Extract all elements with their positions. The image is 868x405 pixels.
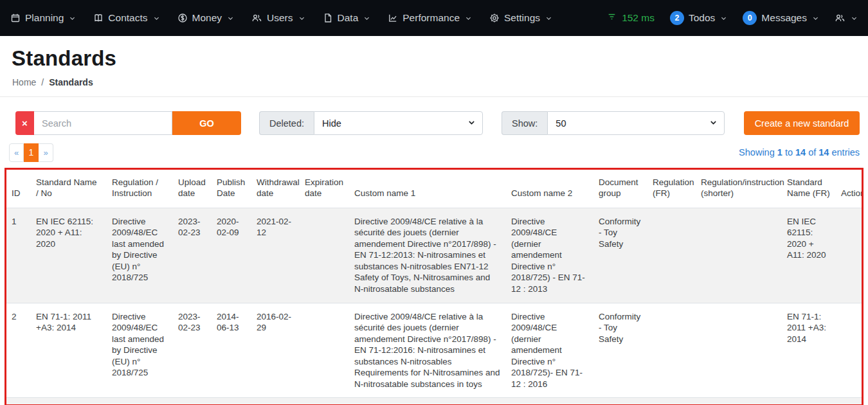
col-header-id[interactable]: ID: [6, 170, 31, 208]
summary-to: 14: [795, 147, 806, 158]
nav-menu: Planning Contacts Money Users Data Perfo…: [10, 12, 552, 24]
summary-from: 1: [777, 147, 782, 158]
nav-right-section: 152 ms 2 Todos 0 Messages: [607, 11, 858, 25]
cell-withdrawal-date: 2016-02-29: [251, 303, 300, 398]
summary-total: 14: [818, 147, 829, 158]
todos-count-badge: 2: [670, 11, 684, 25]
col-header-expiration-date[interactable]: Expiration date: [300, 170, 349, 208]
summary-text: to: [785, 147, 793, 158]
col-header-publish-date[interactable]: Publish Date: [212, 170, 251, 208]
deleted-filter-label: Deleted:: [259, 111, 314, 135]
col-header-regulation-shorter[interactable]: Regulation/instruction (shorter): [696, 170, 782, 208]
nav-item-users[interactable]: Users: [251, 12, 305, 24]
cell-regulation-fr: [647, 303, 696, 398]
pagination-next-button[interactable]: »: [39, 143, 53, 162]
nav-item-money[interactable]: Money: [177, 12, 235, 24]
standards-table-frame: ID Standard Name / No Regulation / Instr…: [5, 168, 863, 405]
col-header-regulation[interactable]: Regulation / Instruction: [107, 170, 173, 208]
breadcrumb-separator: /: [41, 77, 44, 87]
nav-item-account[interactable]: [835, 13, 858, 23]
chevron-down-icon: [465, 15, 472, 22]
col-header-custom-name-2[interactable]: Custom name 2: [506, 170, 593, 208]
chevron-down-icon: [298, 15, 305, 22]
cell-standard-name-fr: EN 71-1: 2014: [782, 398, 836, 405]
cell-regulation-shorter: [696, 398, 782, 405]
cell-publish-date: 2020-02-09: [212, 208, 251, 303]
nav-item-messages[interactable]: 0 Messages: [743, 11, 819, 25]
breadcrumb-current: Standards: [49, 77, 93, 87]
nav-item-data[interactable]: Data: [323, 12, 371, 24]
latency-indicator: 152 ms: [607, 12, 655, 24]
cell-regulation-shorter: [696, 208, 782, 303]
cell-actions: [836, 398, 863, 405]
col-header-document-group[interactable]: Document group: [593, 170, 647, 208]
nav-item-performance[interactable]: Performance: [388, 12, 472, 24]
entries-summary: Showing 1 to 14 of 14 entries: [739, 147, 860, 158]
table-row: 1 EN IEC 62115: 2020 + A11: 2020 Directi…: [6, 208, 863, 303]
cell-document-group: Conformity - Toy Safety: [593, 208, 647, 303]
page-title: Standards: [12, 46, 868, 71]
table-row: 2 EN 71-1: 2011 +A3: 2014 Directive 2009…: [6, 303, 863, 398]
nav-item-label: Messages: [761, 12, 807, 24]
nav-item-contacts[interactable]: Contacts: [93, 12, 159, 24]
cell-custom-name-2: Directive 2009/48/CE (dernier amendement…: [506, 303, 593, 398]
clear-search-button[interactable]: ×: [15, 111, 34, 135]
col-header-standard-name-fr[interactable]: Standard Name (FR): [782, 170, 836, 208]
col-header-upload-date[interactable]: Upload date: [173, 170, 212, 208]
cell-standard-name-fr: EN 71-1: 2011 +A3: 2014: [782, 303, 836, 398]
cell-document-group: Conformity - Toy Safety: [593, 398, 647, 405]
deleted-select[interactable]: Hide: [314, 112, 482, 134]
col-header-standard-name[interactable]: Standard Name / No: [31, 170, 107, 208]
chevron-down-icon: [69, 15, 76, 22]
create-standard-button[interactable]: Create a new standard: [744, 111, 860, 135]
pagination-page-1[interactable]: 1: [24, 143, 39, 162]
cell-regulation: Directive 2009/48/EC last amended by Dir…: [107, 208, 173, 303]
chart-line-icon: [388, 13, 398, 23]
cell-id: 2: [6, 303, 31, 398]
pagination-prev-button[interactable]: «: [9, 143, 24, 162]
col-header-regulation-fr[interactable]: Regulation (FR): [647, 170, 696, 208]
messages-count-badge: 0: [743, 11, 757, 25]
search-input[interactable]: [34, 111, 172, 135]
cell-expiration-date: [300, 303, 349, 398]
latency-value: 152 ms: [622, 12, 655, 24]
chevron-down-icon: [363, 15, 370, 22]
summary-text: entries: [831, 147, 860, 158]
deleted-select-wrap: Hide: [314, 111, 483, 135]
users-icon: [251, 13, 262, 23]
nav-item-label: Users: [267, 12, 293, 24]
cell-actions: [836, 303, 863, 398]
pagination: « 1 »: [9, 143, 53, 162]
cell-expiration-date: [300, 208, 349, 303]
show-select[interactable]: 50: [548, 112, 724, 134]
dollar-circle-icon: [177, 13, 188, 23]
breadcrumb-home-link[interactable]: Home: [12, 77, 36, 87]
nav-item-todos[interactable]: 2 Todos: [670, 11, 727, 25]
col-header-withdrawal-date[interactable]: Withdrawal date: [251, 170, 300, 208]
cell-expiration-date: 2019-02-28: [300, 398, 349, 405]
col-header-custom-name-1[interactable]: Custom name 1: [349, 170, 506, 208]
show-select-wrap: 50: [547, 111, 725, 135]
search-group: × GO: [15, 111, 241, 135]
nav-item-planning[interactable]: Planning: [10, 12, 76, 24]
nav-item-label: Data: [338, 12, 359, 24]
cell-document-group: Conformity - Toy Safety: [593, 303, 647, 398]
cell-regulation-fr: [647, 208, 696, 303]
nav-item-label: Money: [192, 12, 222, 24]
controls-row: × GO Deleted: Hide Show: 50 Create a new…: [0, 97, 868, 135]
cell-custom-name-2: Directive 2009/48/CE (dernier amendement…: [506, 208, 593, 303]
people-icon: [835, 13, 845, 23]
col-header-actions: Actions: [836, 170, 863, 208]
list-bar: « 1 » Showing 1 to 14 of 14 entries: [9, 143, 860, 162]
nav-item-settings[interactable]: Settings: [489, 12, 552, 24]
table-header-row: ID Standard Name / No Regulation / Instr…: [6, 170, 863, 208]
nav-item-label: Settings: [504, 12, 540, 24]
cell-publish-date: 2014-06-13: [212, 303, 251, 398]
chevron-down-icon: [227, 15, 234, 22]
chevron-down-icon: [720, 15, 727, 22]
cell-custom-name-1: Directive 2009/48/CE relative à la sécur…: [349, 398, 506, 405]
cell-standard-name-fr: EN IEC 62115: 2020 + A11: 2020: [782, 208, 836, 303]
search-go-button[interactable]: GO: [172, 111, 241, 135]
cell-id: 1: [6, 208, 31, 303]
cell-regulation: Directive 2009/48/EC last amended by Dir…: [107, 303, 173, 398]
